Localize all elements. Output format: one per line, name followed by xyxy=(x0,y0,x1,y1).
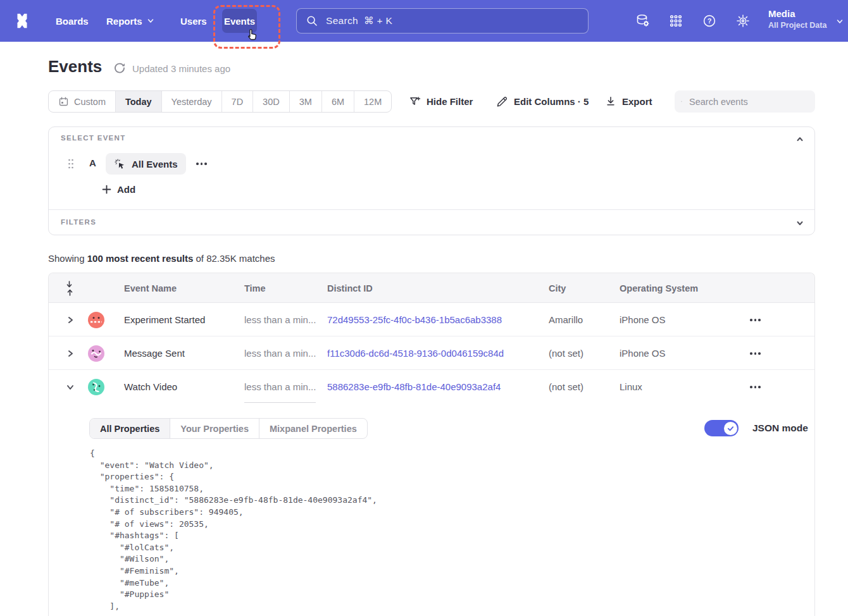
collapse-section-chevron-up-icon[interactable] xyxy=(795,135,804,144)
event-row-letter: A xyxy=(89,157,96,168)
events-page: Boards Reports Users Events xyxy=(0,0,848,616)
calendar-icon xyxy=(58,96,69,107)
toggle-knob xyxy=(724,422,737,435)
edit-columns-button[interactable]: Edit Columns · 5 xyxy=(496,95,589,108)
mixpanel-logo[interactable] xyxy=(13,11,32,30)
events-table: Event Name Time Distinct ID City Operati… xyxy=(48,273,815,616)
export-button[interactable]: Export xyxy=(605,95,652,107)
svg-text:?: ? xyxy=(708,17,712,25)
date-6m-button[interactable]: 6M xyxy=(322,91,354,112)
date-3m-button[interactable]: 3M xyxy=(290,91,322,112)
nav-item-label: Events xyxy=(224,16,255,27)
table-header-row: Event Name Time Distinct ID City Operati… xyxy=(49,273,814,303)
project-switcher[interactable]: Media All Project Data xyxy=(768,8,826,31)
table-row[interactable]: Message Sent less than a min... f11c30d6… xyxy=(49,336,814,370)
edit-columns-label: Edit Columns · 5 xyxy=(514,96,589,107)
event-row-more-button[interactable] xyxy=(196,163,207,165)
distinct-id-link[interactable]: 5886283e-e9fb-48fb-81de-40e9093a2af4 xyxy=(327,370,501,403)
event-json-view: { "event": "Watch Video", "properties": … xyxy=(90,448,377,612)
column-header-city[interactable]: City xyxy=(549,273,566,303)
tab-mixpanel-properties[interactable]: Mixpanel Properties xyxy=(259,419,367,438)
results-summary: Showing 100 most recent results of 82.35… xyxy=(48,253,275,264)
date-yesterday-button[interactable]: Yesterday xyxy=(162,91,222,112)
date-custom-button[interactable]: Custom xyxy=(49,91,116,112)
help-icon[interactable]: ? xyxy=(702,13,717,28)
date-12m-button[interactable]: 12M xyxy=(354,91,391,112)
json-mode-label: JSON mode xyxy=(752,422,808,434)
nav-item-label: Users xyxy=(180,16,207,27)
page-title: Events xyxy=(48,57,102,77)
date-today-button[interactable]: Today xyxy=(116,91,162,112)
date-7d-button[interactable]: 7D xyxy=(222,91,254,112)
json-mode-toggle[interactable] xyxy=(704,420,739,436)
add-label: Add xyxy=(117,184,135,195)
tab-all-properties[interactable]: All Properties xyxy=(90,419,170,438)
filters-label: FILTERS xyxy=(61,218,96,226)
column-header-os[interactable]: Operating System xyxy=(620,273,698,303)
search-events-field[interactable] xyxy=(675,90,815,113)
hide-filter-label: Hide Filter xyxy=(427,96,473,107)
top-nav: Boards Reports Users Events xyxy=(0,0,848,42)
column-header-time[interactable]: Time xyxy=(244,273,266,303)
tab-your-properties[interactable]: Your Properties xyxy=(170,419,259,438)
properties-tabs: All Properties Your Properties Mixpanel … xyxy=(89,418,368,439)
distinct-id-link[interactable]: 72d49553-25fc-4f0c-b436-1b5ac6ab3388 xyxy=(327,303,502,336)
settings-gear-icon[interactable] xyxy=(735,13,751,28)
collapse-row-chevron-down-icon[interactable] xyxy=(66,383,74,391)
city-cell: Amarillo xyxy=(549,303,583,336)
hide-filter-button[interactable]: Hide Filter xyxy=(409,95,473,108)
export-label: Export xyxy=(622,96,652,107)
time-cell: less than a min... xyxy=(244,370,316,403)
query-builder-card: SELECT EVENT A All Events xyxy=(48,126,815,235)
expand-filters-chevron-down-icon[interactable] xyxy=(795,219,804,228)
nav-item-reports[interactable]: Reports xyxy=(106,0,155,42)
data-management-icon[interactable] xyxy=(635,13,651,28)
project-name: Media xyxy=(768,8,826,20)
plus-icon xyxy=(102,185,111,194)
pencil-icon xyxy=(496,95,508,108)
expand-row-chevron-right-icon[interactable] xyxy=(66,350,74,357)
search-events-input[interactable] xyxy=(688,96,809,108)
column-header-event-name[interactable]: Event Name xyxy=(124,273,177,303)
date-30d-button[interactable]: 30D xyxy=(253,91,290,112)
time-cell: less than a min... xyxy=(244,303,316,336)
time-cell: less than a min... xyxy=(244,336,316,370)
add-event-button[interactable]: Add xyxy=(102,184,135,195)
download-icon xyxy=(605,95,616,107)
expand-row-chevron-right-icon[interactable] xyxy=(66,316,74,324)
hand-cursor-icon xyxy=(245,27,259,45)
event-avatar xyxy=(88,345,104,362)
distinct-id-link[interactable]: f11c30d6-dc6d-4518-9136-0d046159c84d xyxy=(327,336,504,370)
row-more-button[interactable] xyxy=(750,386,761,388)
event-name-cell: Message Sent xyxy=(124,336,185,370)
global-search[interactable] xyxy=(296,8,589,34)
column-header-distinct-id[interactable]: Distinct ID xyxy=(327,273,373,303)
global-search-input[interactable] xyxy=(325,15,588,27)
filter-funnel-icon xyxy=(409,95,421,108)
selected-event-label: All Events xyxy=(132,159,178,169)
check-icon xyxy=(726,424,735,433)
sort-arrows-icon[interactable] xyxy=(66,280,76,297)
event-avatar xyxy=(88,312,104,328)
search-icon xyxy=(681,96,682,107)
event-avatar xyxy=(88,379,104,395)
os-cell: Linux xyxy=(620,370,642,403)
nav-item-users[interactable]: Users xyxy=(180,0,207,42)
city-cell: (not set) xyxy=(549,370,583,403)
table-row-expanded[interactable]: Watch Video less than a min... 5886283e-… xyxy=(49,370,814,403)
row-more-button[interactable] xyxy=(750,352,761,355)
row-more-button[interactable] xyxy=(750,319,761,321)
refresh-icon[interactable] xyxy=(113,62,125,74)
os-cell: iPhone OS xyxy=(620,336,666,370)
event-selector-all-events[interactable]: All Events xyxy=(106,153,186,175)
drag-handle-icon[interactable] xyxy=(67,157,75,170)
event-name-cell: Watch Video xyxy=(124,370,177,403)
date-custom-label: Custom xyxy=(74,97,106,107)
apps-grid-icon[interactable] xyxy=(668,13,683,28)
table-row[interactable]: Experiment Started less than a min... 72… xyxy=(49,303,814,336)
project-chevron-down-icon[interactable] xyxy=(835,17,844,26)
nav-item-boards[interactable]: Boards xyxy=(56,0,89,42)
card-divider xyxy=(49,209,814,210)
sparkle-cursor-icon xyxy=(114,158,126,170)
last-updated-text: Updated 3 minutes ago xyxy=(132,63,230,74)
